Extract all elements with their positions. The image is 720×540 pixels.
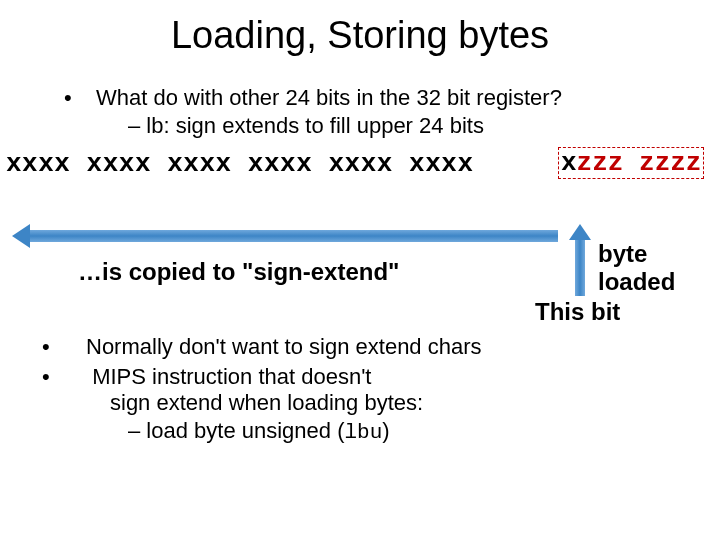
bits-loaded-byte-box: xzzz zzzz	[558, 147, 704, 179]
bullet-question: •What do with other 24 bits in the 32 bi…	[80, 85, 680, 111]
sub-bullet-lbu: – load byte unsigned (lbu)	[128, 418, 604, 444]
bullet-dot-icon: •	[80, 85, 96, 111]
copied-label: …is copied to "sign-extend"	[78, 258, 399, 286]
bullet-normally: •Normally don't want to sign extend char…	[64, 334, 534, 360]
bullet-mips: • MIPS instruction that doesn't sign ext…	[64, 364, 604, 444]
sub-bullet-lb: – lb: sign extends to fill upper 24 bits	[128, 113, 720, 139]
bullet-question-text: What do with other 24 bits in the 32 bit…	[96, 85, 562, 110]
bullet-mips-line2: sign extend when loading bytes:	[110, 390, 604, 416]
bits-upper-x: xxxx xxxx xxxx xxxx xxxx xxxx	[6, 149, 474, 179]
bits-sign-bit: x	[561, 148, 577, 178]
bullet-dot-icon: •	[64, 364, 86, 390]
loaded-label: loaded	[598, 268, 675, 295]
bullet-dot-icon: •	[64, 334, 86, 360]
bullet-mips-line1: MIPS instruction that doesn't	[92, 364, 371, 389]
byte-label: byte	[598, 240, 647, 267]
lbu-code: lbu	[345, 421, 383, 444]
content-area: •What do with other 24 bits in the 32 bi…	[0, 85, 720, 189]
this-bit-arrow-icon	[575, 228, 585, 288]
byte-loaded-label: byte loaded	[598, 240, 675, 295]
bits-z-part1: zzz	[577, 148, 639, 178]
lbu-post: )	[382, 418, 389, 443]
bits-diagram: xxxx xxxx xxxx xxxx xxxx xxxx xzzz zzzz	[0, 149, 720, 189]
this-bit-label: This bit	[535, 298, 620, 326]
sign-extend-arrow-icon	[18, 230, 558, 242]
lbu-pre: – load byte unsigned (	[128, 418, 345, 443]
slide-title: Loading, Storing bytes	[0, 14, 720, 57]
bits-z-part2: zzzz	[639, 148, 701, 178]
bullet-normally-text: Normally don't want to sign extend chars	[86, 334, 482, 359]
